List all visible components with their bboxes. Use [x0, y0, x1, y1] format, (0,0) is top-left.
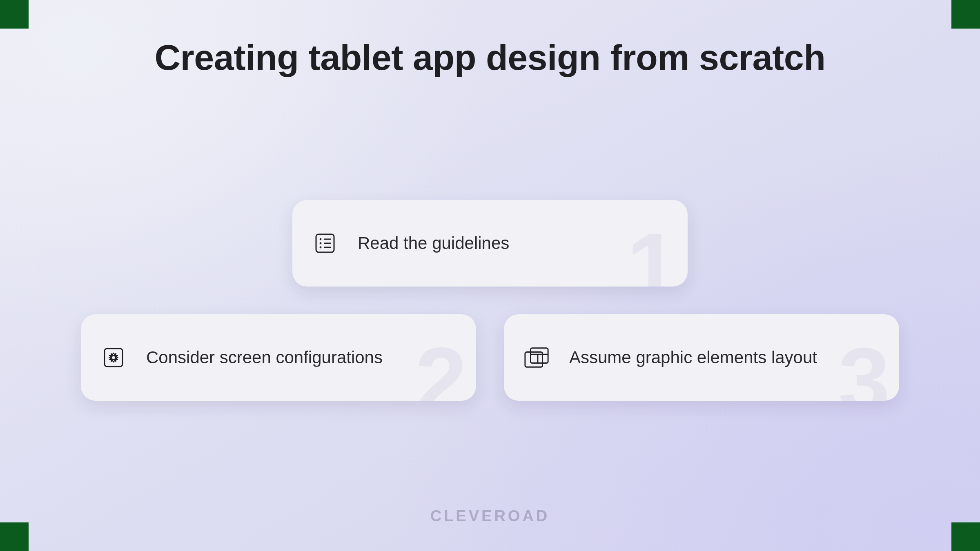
step-card-1: 1 Read the guidelines [292, 200, 688, 287]
step-label: Read the guidelines [358, 233, 509, 253]
svg-point-2 [320, 242, 322, 244]
settings-panel-icon [100, 344, 127, 371]
slide-frame: Creating tablet app design from scratch … [0, 0, 980, 551]
step-number: 1 [626, 220, 679, 287]
step-number: 2 [415, 334, 467, 401]
step-card-2: 2 Consider screen configurations [81, 314, 476, 401]
step-label: Consider screen configurations [146, 348, 383, 367]
svg-point-1 [320, 238, 322, 240]
svg-rect-7 [105, 349, 122, 367]
svg-point-3 [320, 247, 322, 249]
step-label: Assume graphic elements layout [569, 348, 817, 367]
layout-grid-icon [523, 344, 550, 371]
page-title: Creating tablet app design from scratch [0, 37, 980, 78]
brand-wordmark: CLEVEROAD [0, 507, 980, 525]
svg-rect-10 [530, 348, 548, 363]
svg-point-8 [111, 355, 116, 360]
checklist-icon [312, 230, 338, 256]
step-card-3: 3 Assume graphic elements layout [504, 314, 899, 401]
step-number: 3 [838, 334, 890, 401]
